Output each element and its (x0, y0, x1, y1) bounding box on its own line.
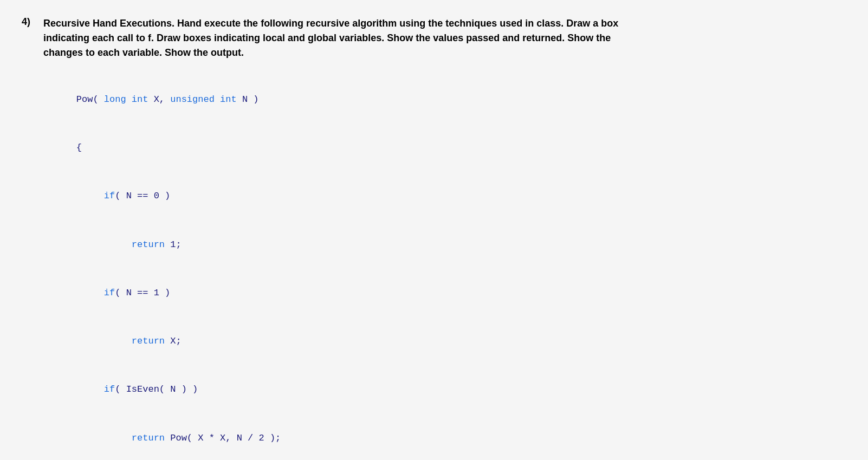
pow-name: Pow( (76, 94, 104, 105)
if-n-eq-0: if( N == 0 ) (54, 172, 846, 221)
pow-signature-line: Pow( long int X, unsigned int N ) (54, 75, 846, 124)
question-number: 4) (22, 16, 37, 60)
if-keyword-1: if (104, 191, 115, 201)
return-1-line: return 1; (54, 221, 846, 269)
open-brace-1: { (54, 124, 846, 172)
if-keyword-3: if (104, 384, 115, 394)
question-text: Recursive Hand Executions. Hand execute … (43, 16, 639, 60)
if-keyword-2: if (104, 288, 115, 298)
if-iseven: if( IsEven( N ) ) (54, 366, 846, 414)
return-keyword-1: return (132, 239, 165, 250)
int-keyword-1: int (132, 94, 148, 105)
return-keyword-2: return (132, 336, 165, 346)
return-x-line: return X; (54, 317, 846, 365)
if-n-eq-1: if( N == 1 ) (54, 269, 846, 317)
long-keyword: long (104, 94, 126, 105)
code-block: Pow( long int X, unsigned int N ) { if( … (54, 75, 846, 460)
return-keyword-3: return (132, 433, 165, 443)
return-pow-even: return Pow( X * X, N / 2 ); (54, 414, 846, 460)
unsigned-keyword: unsigned (170, 94, 215, 105)
int-keyword-2: int (220, 94, 237, 105)
question-header: 4) Recursive Hand Executions. Hand execu… (22, 16, 846, 60)
